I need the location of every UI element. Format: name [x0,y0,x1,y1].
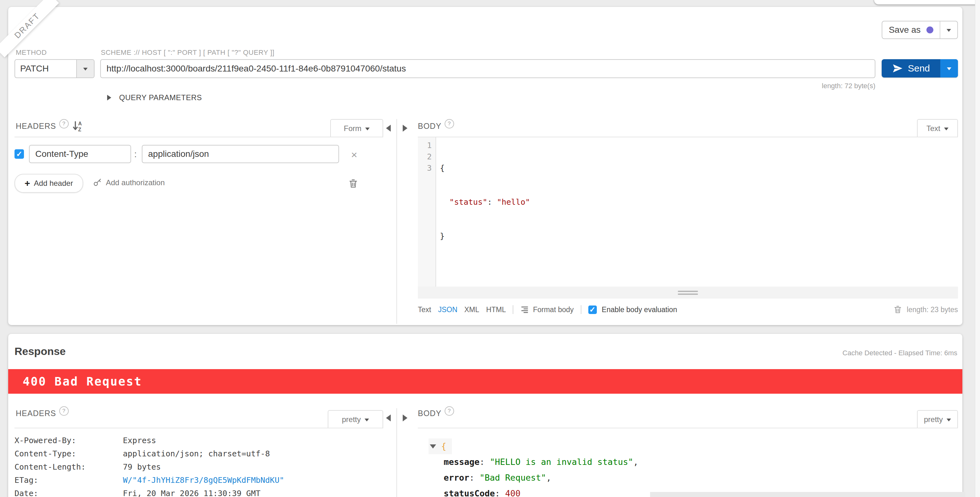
response-title: Response [14,345,66,357]
body-title: BODY [418,122,441,131]
unsaved-changes-dot-icon [926,27,933,33]
key-icon [93,178,102,187]
body-type-xml[interactable]: XML [465,305,479,314]
response-body-label: BODY ? [418,409,454,418]
response-headers-label: HEADERS ? [16,409,69,418]
response-card: Response Cache Detected - Elapsed Time: … [8,334,963,497]
body-type-json[interactable]: JSON [438,305,457,314]
save-as-button[interactable]: Save as [882,21,958,39]
chevron-down-icon [944,127,948,133]
response-header-row: X-Powered-By: Express [14,434,284,447]
save-as-main[interactable]: Save as [882,21,940,38]
send-button[interactable]: Send [882,59,958,78]
headers-title: HEADERS [16,122,56,131]
send-label: Send [908,63,930,74]
save-as-dropdown[interactable] [940,21,957,38]
code-line-3: } [440,230,530,242]
add-authorization-label: Add authorization [106,178,165,187]
body-section-label: BODY ? [418,122,454,131]
remove-header-icon[interactable]: × [351,149,357,160]
chevron-down-icon [83,68,88,73]
response-json-tree: { message: "HELLO is an invalid status",… [428,438,638,497]
enable-evaluation-label[interactable]: Enable body evaluation [602,305,677,314]
enable-evaluation-checkbox[interactable] [588,305,597,314]
response-status-text: 400 Bad Request [23,375,142,388]
editor-resize-handle[interactable] [418,287,958,299]
chevron-down-icon [947,419,951,424]
code-line-2: "status": "hello" [440,197,530,208]
floating-panel-tab[interactable] [874,0,980,5]
collapse-left-arrow[interactable] [383,125,391,132]
separator [513,305,513,314]
headers-rule [14,137,383,137]
clear-body-trash-icon[interactable] [893,305,902,314]
header-enabled-checkbox[interactable] [14,149,24,159]
collapse-right-arrow[interactable] [403,414,411,421]
body-type-html[interactable]: HTML [486,305,506,314]
header-separator: : [134,149,137,159]
svg-text:A: A [78,121,82,126]
json-row: statusCode: 400 [444,486,638,497]
chevron-down-icon [364,419,369,424]
response-meta-info: Cache Detected - Elapsed Time: 6ms [843,349,957,357]
header-value-input[interactable] [142,145,339,163]
query-parameters-toggle[interactable]: QUERY PARAMETERS [107,93,202,102]
horizontal-scrollbar[interactable] [650,492,965,497]
response-body-title: BODY [418,409,441,418]
delete-headers-trash-icon[interactable] [348,178,359,189]
help-icon[interactable]: ? [445,119,454,129]
response-status-banner: 400 Bad Request [8,369,963,394]
chevron-down-icon [365,127,370,133]
format-body-button[interactable]: Format body [533,305,573,314]
url-input[interactable] [100,59,875,78]
editor-line-numbers: 1 2 3 [418,140,432,174]
method-select[interactable]: PATCH [14,59,94,78]
method-dropdown[interactable] [76,60,94,78]
headers-view-mode-select[interactable]: Form [330,119,383,137]
send-main[interactable]: Send [882,59,940,78]
response-body-view-select[interactable]: pretty [917,410,958,428]
panel-divider [396,408,397,497]
expand-right-icon [107,95,114,100]
response-headers-rule [14,428,383,428]
header-name-input[interactable] [29,145,131,163]
vertical-scrollbar[interactable] [975,0,980,497]
send-dropdown[interactable] [940,59,958,78]
response-body-rule [418,428,958,428]
body-view-mode-select[interactable]: Text [917,119,958,137]
request-card: DRAFT Save as METHOD SCHEME :// HOST [ "… [8,7,963,325]
collapse-right-arrow[interactable] [403,125,411,132]
rester-app: DRAFT Save as METHOD SCHEME :// HOST [ "… [0,0,980,497]
add-header-label: Add header [34,179,73,188]
etag-value[interactable]: W/"4f-JhYHiZ8Fr3/8gQE5WpKdFMbNdKU" [123,474,284,487]
response-headers-title: HEADERS [16,409,56,418]
url-label: SCHEME :// HOST [ ":" PORT ] [ PATH [ "?… [101,49,274,57]
collapse-node-icon[interactable] [430,445,436,452]
editor-code[interactable]: { "status": "hello" } [440,140,530,265]
body-length-info: length: 23 bytes [907,305,958,314]
svg-text:Z: Z [78,127,82,132]
help-icon[interactable]: ? [445,406,454,416]
format-body-icon [520,305,529,314]
response-header-row: ETag: W/"4f-JhYHiZ8Fr3/8gQE5WpKdFMbNdKU" [14,474,284,487]
chevron-down-icon [947,29,951,34]
plus-icon: + [25,178,30,189]
save-as-label: Save as [889,25,920,35]
body-type-text[interactable]: Text [418,305,431,314]
sort-az-icon[interactable]: A Z [72,120,83,134]
code-line-1: { [440,162,530,174]
help-icon[interactable]: ? [59,119,69,129]
help-icon[interactable]: ? [59,406,69,416]
add-authorization-button[interactable]: Add authorization [93,174,165,192]
json-row: error: "Bad Request", [444,470,638,486]
body-view-mode-value: Text [926,124,940,133]
body-footer-toolbar: Text JSON XML HTML Format body Enable bo… [418,305,958,314]
response-header-row: Content-Length: 79 bytes [14,460,284,474]
request-body-editor[interactable]: 1 2 3 { "status": "hello" } [418,137,958,287]
add-header-button[interactable]: + Add header [14,174,83,193]
headers-view-mode-value: Form [344,124,361,133]
response-headers-view-select[interactable]: pretty [328,410,383,428]
collapse-left-arrow[interactable] [383,414,391,421]
json-row: message: "HELLO is an invalid status", [444,454,638,470]
chevron-down-icon [947,67,951,73]
